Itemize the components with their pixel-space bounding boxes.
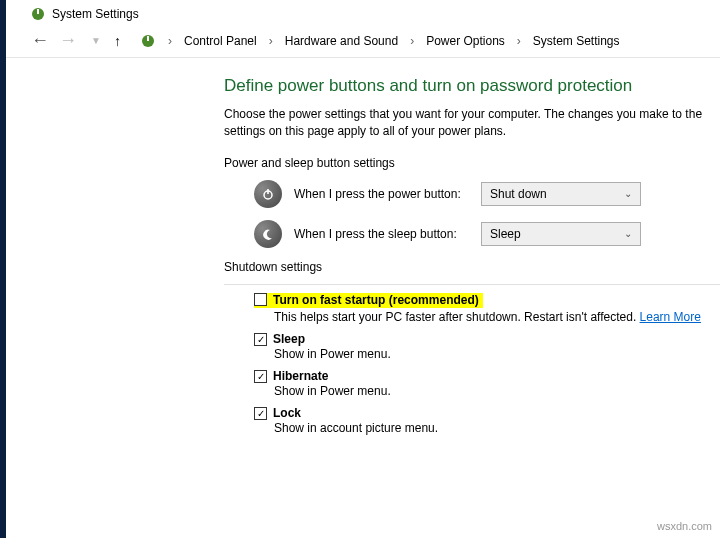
svg-rect-5 — [267, 189, 269, 194]
content-area: Define power buttons and turn on passwor… — [6, 58, 720, 443]
breadcrumb-control-panel[interactable]: Control Panel — [184, 34, 257, 48]
chevron-right-icon: › — [517, 34, 521, 48]
sleep-checkbox[interactable] — [254, 333, 267, 346]
hibernate-item: Hibernate Show in Power menu. — [254, 369, 720, 398]
fast-startup-item: Turn on fast startup (recommended) This … — [254, 293, 720, 325]
shutdown-settings-list: Turn on fast startup (recommended) This … — [254, 293, 720, 436]
sleep-label: Sleep — [273, 332, 305, 346]
watermark: wsxdn.com — [657, 520, 712, 532]
chevron-down-icon: ⌄ — [624, 188, 632, 199]
chevron-right-icon: › — [269, 34, 273, 48]
section-power-sleep-buttons: Power and sleep button settings — [224, 156, 720, 170]
chevron-down-icon: ⌄ — [624, 228, 632, 239]
hibernate-checkbox[interactable] — [254, 370, 267, 383]
sleep-button-row: When I press the sleep button: Sleep ⌄ — [254, 220, 720, 248]
svg-rect-3 — [147, 36, 149, 41]
sleep-icon — [254, 220, 282, 248]
titlebar: System Settings — [6, 0, 720, 26]
recent-dropdown[interactable]: ▼ — [86, 35, 106, 46]
page-description: Choose the power settings that you want … — [224, 106, 720, 140]
chevron-right-icon: › — [168, 34, 172, 48]
power-options-icon — [30, 6, 46, 22]
up-button[interactable]: ↑ — [114, 33, 132, 49]
control-panel-icon — [140, 33, 156, 49]
section-shutdown-settings: Shutdown settings — [224, 260, 720, 274]
fast-startup-label: Turn on fast startup (recommended) — [273, 293, 479, 307]
power-button-action-value: Shut down — [490, 187, 547, 201]
learn-more-link[interactable]: Learn More — [640, 310, 701, 324]
power-icon — [254, 180, 282, 208]
navigation-bar: ← → ▼ ↑ › Control Panel › Hardware and S… — [6, 26, 720, 58]
fast-startup-checkbox[interactable] — [254, 293, 267, 306]
lock-checkbox[interactable] — [254, 407, 267, 420]
window-title: System Settings — [52, 7, 139, 21]
lock-description: Show in account picture menu. — [274, 421, 720, 435]
power-button-label: When I press the power button: — [294, 187, 469, 201]
breadcrumb-system-settings[interactable]: System Settings — [533, 34, 620, 48]
lock-item: Lock Show in account picture menu. — [254, 406, 720, 435]
power-button-row: When I press the power button: Shut down… — [254, 180, 720, 208]
sleep-button-action-value: Sleep — [490, 227, 521, 241]
lock-label: Lock — [273, 406, 301, 420]
sleep-button-action-select[interactable]: Sleep ⌄ — [481, 222, 641, 246]
page-heading: Define power buttons and turn on passwor… — [224, 76, 720, 96]
sleep-description: Show in Power menu. — [274, 347, 720, 361]
breadcrumb-power-options[interactable]: Power Options — [426, 34, 505, 48]
forward-button: → — [58, 30, 78, 51]
fast-startup-description: This helps start your PC faster after sh… — [274, 310, 720, 324]
chevron-right-icon: › — [410, 34, 414, 48]
svg-rect-1 — [37, 9, 39, 14]
sleep-item: Sleep Show in Power menu. — [254, 332, 720, 361]
hibernate-label: Hibernate — [273, 369, 328, 383]
divider — [224, 284, 720, 285]
power-button-action-select[interactable]: Shut down ⌄ — [481, 182, 641, 206]
back-button[interactable]: ← — [30, 30, 50, 51]
hibernate-description: Show in Power menu. — [274, 384, 720, 398]
main-panel: System Settings ← → ▼ ↑ › Control Panel … — [6, 0, 720, 538]
sleep-button-label: When I press the sleep button: — [294, 227, 469, 241]
breadcrumb-hardware-sound[interactable]: Hardware and Sound — [285, 34, 398, 48]
